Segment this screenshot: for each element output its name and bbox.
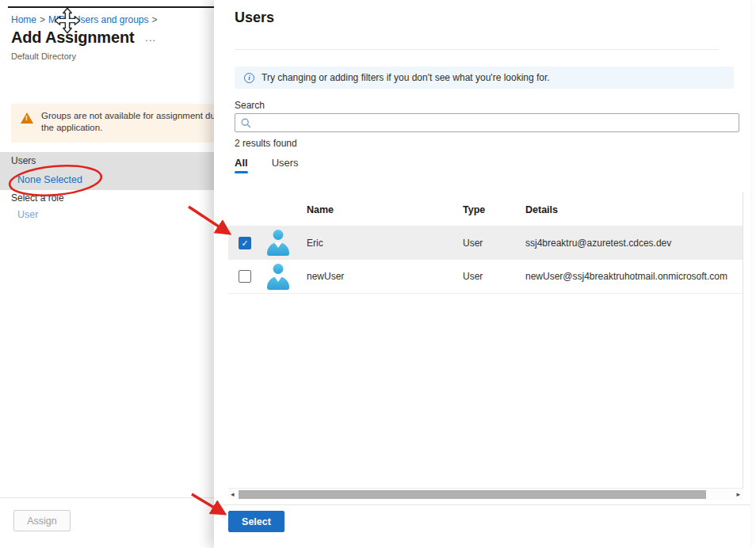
table-row-newuser[interactable]: newUser User newUser@ssj4breaktruhotmail…: [228, 260, 743, 294]
breadcrumb-home-link[interactable]: Home: [11, 14, 36, 25]
column-header-type: Type: [463, 204, 485, 215]
column-header-name: Name: [307, 204, 334, 215]
select-role-label: Select a role: [11, 192, 64, 204]
info-icon: i: [244, 73, 254, 83]
select-button[interactable]: Select: [228, 511, 284, 532]
users-field-label: Users: [11, 155, 36, 166]
search-icon: [241, 118, 251, 128]
user-avatar-icon: [267, 264, 289, 290]
breadcrumb: Home>MID | Users and groups>: [11, 14, 161, 25]
filters-info-banner: i Try changing or adding filters if you …: [235, 67, 734, 89]
cell-name: newUser: [307, 271, 344, 282]
panel-footer-divider: [214, 504, 750, 505]
page-title: Add Assignment: [11, 29, 134, 47]
role-value-link[interactable]: User: [17, 209, 38, 220]
column-header-details: Details: [525, 204, 558, 215]
groups-warning-banner: Groups are not available for assignment …: [11, 104, 249, 143]
scrollbar-thumb[interactable]: [239, 490, 706, 499]
panel-title: Users: [235, 10, 274, 26]
warning-triangle-icon: [21, 112, 33, 124]
blade-footer-divider: [0, 497, 214, 498]
cell-details: ssj4breaktru@azuretest.cdces.dev: [525, 238, 671, 249]
results-count: 2 results found: [235, 138, 297, 149]
cell-type: User: [463, 271, 483, 282]
panel-title-divider: [235, 49, 718, 50]
search-input[interactable]: [256, 117, 739, 128]
users-list: Name Type Details ✓ Eric User ssj4breakt…: [228, 192, 743, 488]
tab-users[interactable]: Users: [272, 157, 299, 173]
breadcrumb-separator: >: [149, 14, 161, 25]
cell-name: Eric: [307, 238, 323, 249]
tab-all[interactable]: All: [235, 157, 248, 173]
list-header-row: Name Type Details: [228, 201, 743, 219]
breadcrumb-app-link[interactable]: MID | Users and groups: [48, 14, 149, 25]
scroll-left-arrow-icon[interactable]: ◂: [231, 490, 235, 498]
cell-details: newUser@ssj4breaktruhotmail.onmicrosoft.…: [525, 271, 727, 282]
breadcrumb-separator: >: [36, 14, 48, 25]
azure-portal-screenshot: Home>MID | Users and groups> Add Assignm…: [0, 0, 756, 548]
add-assignment-blade: Home>MID | Users and groups> Add Assignm…: [0, 8, 214, 548]
search-label: Search: [235, 100, 265, 111]
user-avatar-icon: [267, 230, 289, 256]
search-box[interactable]: [235, 113, 739, 132]
horizontal-scrollbar[interactable]: ◂ ▸: [228, 488, 743, 500]
assign-button[interactable]: Assign: [13, 510, 71, 531]
table-row-eric[interactable]: ✓ Eric User ssj4breaktru@azuretest.cdces…: [228, 226, 743, 260]
row-checkbox-checked[interactable]: ✓: [239, 237, 251, 249]
none-selected-link[interactable]: None Selected: [17, 174, 82, 185]
more-actions-ellipsis-icon[interactable]: ...: [145, 32, 156, 44]
row-checkbox-unchecked[interactable]: [239, 270, 251, 283]
users-picker-panel: Users i Try changing or adding filters i…: [214, 0, 750, 548]
info-banner-text: Try changing or adding filters if you do…: [262, 72, 550, 83]
warning-text: Groups are not available for assignment …: [41, 110, 226, 136]
cell-type: User: [463, 238, 483, 249]
directory-subtitle: Default Directory: [11, 51, 76, 61]
scroll-right-arrow-icon[interactable]: ▸: [736, 490, 740, 498]
result-tabs: All Users: [235, 157, 299, 173]
